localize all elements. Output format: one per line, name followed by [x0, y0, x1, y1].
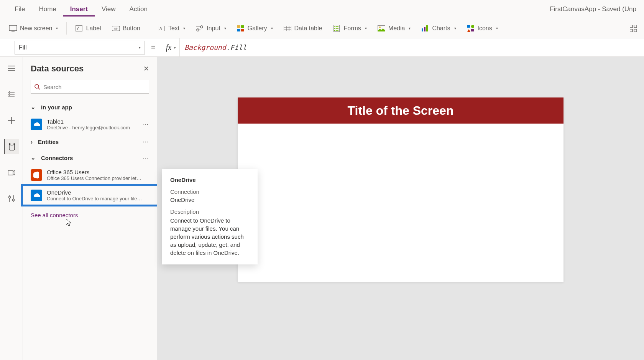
chevron-down-icon: ⌄ — [31, 154, 36, 161]
new-screen-button[interactable]: New screen ▾ — [5, 22, 62, 35]
svg-rect-26 — [426, 25, 428, 31]
data-sources-button[interactable] — [4, 139, 19, 154]
icons-button[interactable]: Icons ▾ — [462, 22, 503, 35]
button-button[interactable]: Ab Button — [107, 22, 145, 35]
add-button[interactable] — [4, 113, 19, 128]
chevron-down-icon: ▾ — [139, 45, 141, 50]
chevron-down-icon: ▾ — [409, 26, 411, 30]
equals-label: = — [145, 43, 162, 52]
connector-name: Office 365 Users — [47, 169, 143, 175]
grid-toggle-button[interactable] — [627, 22, 639, 35]
tree-view-button[interactable] — [4, 87, 19, 102]
svg-line-3 — [77, 27, 79, 30]
media-icon — [378, 25, 385, 32]
icons-icon — [467, 25, 475, 32]
svg-rect-14 — [237, 29, 240, 31]
media-button[interactable]: Media ▾ — [373, 22, 416, 35]
formula-prop: .Fill — [226, 43, 247, 51]
screen-title-bar[interactable]: Title of the Screen — [238, 97, 564, 124]
main-area: Data sources ✕ ⌄ In your app Table1 OneD… — [0, 57, 644, 360]
tooltip-title: OneDrive — [170, 177, 249, 183]
section-label: Entities — [38, 139, 59, 145]
formula-bar: Fill ▾ = fx▾ Background.Fill — [0, 38, 644, 57]
app-title: FirstCanvasApp - Saved (Unp — [550, 5, 636, 13]
button-icon: Ab — [112, 25, 120, 32]
app-screen[interactable]: Title of the Screen — [238, 97, 564, 282]
svg-line-44 — [38, 88, 40, 89]
charts-button[interactable]: Charts ▾ — [417, 22, 460, 35]
connector-name: OneDrive — [47, 189, 143, 196]
see-all-connectors-link[interactable]: See all connectors — [23, 206, 157, 224]
media-pane-button[interactable] — [4, 165, 19, 180]
text-button[interactable]: A Text ▾ — [153, 22, 190, 35]
fx-button[interactable]: fx▾ — [162, 38, 180, 56]
tooltip-connection-value: OneDrive — [170, 197, 249, 203]
chevron-down-icon: ▾ — [271, 26, 273, 30]
connector-office365-users[interactable]: Office 365 Users Office 365 Users Connec… — [23, 166, 157, 184]
menu-home[interactable]: Home — [32, 2, 63, 16]
input-button[interactable]: Input ▾ — [191, 22, 231, 35]
tooltip-description-label: Description — [170, 208, 249, 215]
formula-input[interactable]: Background.Fill — [180, 43, 644, 51]
svg-rect-12 — [237, 25, 240, 28]
connector-onedrive[interactable]: OneDrive Connect to OneDrive to manage y… — [23, 186, 157, 205]
onedrive-icon — [31, 119, 42, 130]
chevron-down-icon: ▾ — [183, 26, 185, 30]
gallery-label: Gallery — [248, 25, 267, 32]
data-table-button[interactable]: Data table — [279, 22, 327, 35]
gallery-button[interactable]: Gallery ▾ — [232, 22, 278, 35]
svg-rect-16 — [284, 26, 291, 31]
svg-rect-13 — [241, 25, 244, 28]
onedrive-icon — [31, 190, 42, 201]
hamburger-button[interactable] — [4, 61, 19, 76]
connector-sub: Office 365 Users Connection provider let… — [47, 175, 143, 181]
more-icon[interactable]: ⋯ — [143, 138, 149, 145]
separator — [149, 22, 149, 35]
svg-rect-40 — [8, 170, 13, 175]
section-label: In your app — [41, 104, 72, 111]
input-label: Input — [207, 25, 220, 32]
menu-insert[interactable]: Insert — [63, 2, 95, 17]
chevron-down-icon: ▾ — [174, 45, 176, 50]
datasource-table1[interactable]: Table1 OneDrive - henry.legge@outlook.co… — [23, 115, 157, 134]
button-label: Button — [123, 25, 140, 32]
section-entities[interactable]: › Entities ⋯ — [23, 134, 157, 150]
screen-title-text: Title of the Screen — [348, 104, 454, 118]
gallery-icon — [237, 25, 245, 32]
form-icon — [333, 25, 340, 32]
table-icon — [284, 25, 291, 32]
svg-point-28 — [471, 25, 474, 28]
advanced-tools-button[interactable] — [4, 191, 19, 206]
close-icon[interactable]: ✕ — [143, 64, 149, 73]
svg-point-39 — [9, 143, 15, 145]
svg-point-42 — [12, 199, 14, 201]
menu-file[interactable]: File — [8, 2, 32, 16]
menu-action[interactable]: Action — [123, 2, 154, 16]
section-connectors[interactable]: ⌄ Connectors ⋯ — [23, 150, 157, 166]
forms-label: Forms — [343, 25, 361, 32]
search-box[interactable] — [31, 80, 149, 94]
svg-point-10 — [200, 26, 203, 28]
svg-rect-0 — [9, 25, 17, 31]
more-icon[interactable]: ⋯ — [143, 121, 149, 127]
svg-text:Ab: Ab — [114, 26, 117, 30]
chevron-down-icon: ⌄ — [31, 104, 36, 111]
svg-rect-24 — [422, 28, 423, 31]
office365-icon — [31, 169, 42, 181]
forms-button[interactable]: Forms ▾ — [328, 22, 371, 35]
svg-point-41 — [8, 197, 10, 198]
datasource-name: Table1 — [47, 118, 130, 125]
chevron-down-icon: ▾ — [365, 26, 367, 30]
more-icon[interactable]: ⋯ — [143, 154, 149, 161]
property-selector[interactable]: Fill ▾ — [15, 41, 145, 54]
search-icon — [34, 84, 40, 90]
search-input[interactable] — [43, 84, 146, 90]
section-in-your-app[interactable]: ⌄ In your app — [23, 99, 157, 115]
separator — [66, 22, 67, 35]
panel-title: Data sources — [31, 64, 84, 74]
svg-rect-15 — [241, 29, 244, 31]
section-label: Connectors — [41, 155, 73, 161]
menu-view[interactable]: View — [95, 2, 123, 16]
label-button[interactable]: Label — [71, 22, 105, 35]
connector-sub: Connect to OneDrive to manage your files… — [47, 196, 143, 201]
